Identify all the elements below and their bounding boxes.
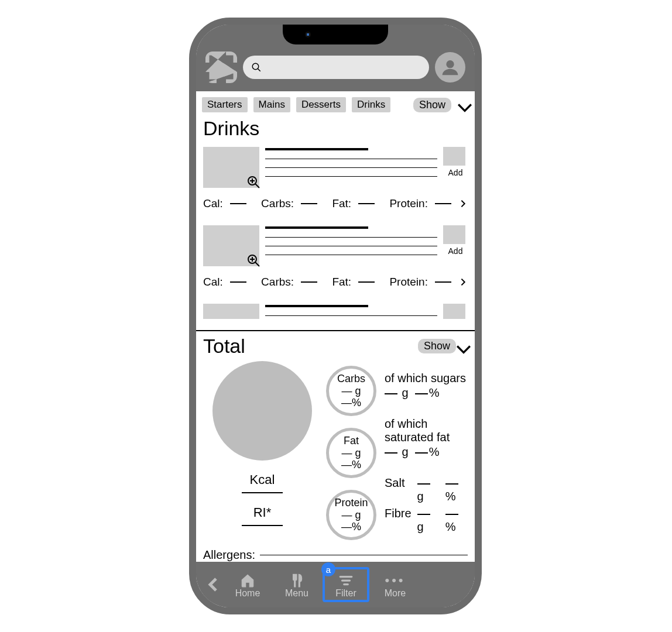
show-label: Show (424, 340, 450, 352)
chevron-down-icon[interactable] (457, 102, 469, 109)
fat-label: Fat: (332, 276, 351, 288)
macro-grams: — g (341, 447, 361, 459)
menu-item: Add Cal: Carbs: Fat: Protein: (196, 143, 475, 222)
chevron-right-icon[interactable] (458, 195, 468, 212)
zoom-in-icon (246, 175, 260, 189)
macro-pct: —% (341, 397, 361, 409)
sugars-label: of which sugars (385, 372, 468, 385)
more-icon: ••• (385, 573, 405, 588)
kcal-column: Kcal RI* (207, 361, 318, 540)
qr-scan-icon[interactable] (205, 51, 237, 83)
nav-home[interactable]: Home (224, 569, 271, 600)
macro-name: Protein (334, 497, 368, 509)
chip-starters[interactable]: Starters (202, 97, 248, 112)
back-button[interactable] (204, 573, 222, 596)
item-text-placeholder (265, 304, 437, 324)
nav-label: More (373, 588, 417, 599)
side-button (475, 206, 478, 270)
person-icon (441, 58, 460, 77)
chip-desserts[interactable]: Desserts (296, 97, 346, 112)
macro-fat: Fat — g —% (326, 428, 376, 478)
svg-line-10 (255, 262, 259, 266)
bottom-nav: Home Menu a Filter ••• More (196, 562, 475, 607)
carbs-label: Carbs: (261, 197, 294, 210)
protein-label: Protein: (389, 197, 427, 210)
add-button[interactable]: Add (443, 225, 468, 266)
show-toggle[interactable]: Show (418, 339, 456, 353)
macro-name: Fat (344, 435, 359, 447)
nav-label: Home (225, 588, 270, 599)
home-icon (240, 573, 255, 588)
item-thumbnail[interactable] (203, 225, 259, 266)
protein-label: Protein: (389, 276, 427, 288)
macro-grams: — g (341, 509, 361, 521)
macro-column: Carbs — g —% Fat — g —% Protein — g —% (326, 361, 376, 540)
zoom-in-icon (246, 253, 260, 267)
sugars-block: of which sugars g % (385, 372, 468, 400)
menu-item (196, 300, 475, 328)
macro-protein: Protein — g —% (326, 490, 376, 540)
category-chips: Starters Mains Desserts Drinks Show (196, 91, 475, 116)
add-button[interactable] (443, 304, 468, 324)
side-button (475, 159, 478, 194)
total-header: Total Show (196, 331, 475, 358)
show-toggle[interactable]: Show (413, 98, 451, 112)
kcal-label: Kcal (207, 472, 318, 487)
cal-label: Cal: (203, 197, 223, 210)
chevron-right-icon[interactable] (458, 273, 468, 291)
cutlery-icon (289, 573, 304, 588)
macro-name: Carbs (337, 373, 365, 385)
chevron-down-icon[interactable] (456, 344, 468, 351)
fibre-label: Fibre (385, 507, 412, 534)
total-body: Kcal RI* Carbs — g —% Fat — g —% Protein (196, 358, 475, 540)
svg-line-1 (258, 68, 260, 71)
total-title: Total (203, 335, 245, 358)
nav-label: Filter (326, 588, 366, 599)
phone-frame: Starters Mains Desserts Drinks Show Drin… (189, 18, 482, 614)
search-input[interactable] (243, 56, 429, 79)
nav-more[interactable]: ••• More (372, 569, 419, 600)
allergens-row: Allergens: (196, 540, 475, 562)
salt-fibre-grid: Salt g % Fibre g % (385, 476, 468, 534)
device-notch (283, 25, 388, 44)
add-label: Add (448, 168, 463, 177)
svg-point-0 (252, 63, 259, 70)
ri-label: RI* (207, 505, 318, 520)
nav-filter[interactable]: a Filter (323, 567, 369, 602)
add-button[interactable]: Add (443, 147, 468, 188)
salt-label: Salt (385, 476, 412, 503)
item-text-placeholder (265, 225, 437, 266)
item-thumbnail[interactable] (203, 147, 259, 188)
show-label: Show (419, 99, 445, 111)
chip-drinks[interactable]: Drinks (352, 97, 390, 112)
add-label: Add (448, 246, 463, 256)
macro-pct: —% (341, 521, 361, 533)
item-text-placeholder (265, 147, 437, 188)
extra-column: of which sugars g % of which saturated f… (385, 361, 468, 540)
macro-grams: — g (341, 385, 361, 397)
fat-label: Fat: (332, 197, 351, 210)
cal-label: Cal: (203, 276, 223, 288)
nav-menu[interactable]: Menu (273, 569, 320, 600)
menu-item: Add Cal: Carbs: Fat: Protein: (196, 222, 475, 300)
profile-button[interactable] (435, 52, 465, 83)
macro-pct: —% (341, 459, 361, 471)
nav-label: Menu (275, 588, 319, 599)
carbs-label: Carbs: (261, 276, 294, 288)
content-area: Starters Mains Desserts Drinks Show Drin… (196, 91, 475, 562)
saturated-label: of which saturated fat (385, 417, 468, 444)
allergens-label: Allergens: (203, 548, 255, 562)
search-icon (251, 62, 262, 73)
kcal-chart-placeholder (212, 361, 312, 461)
item-nutrition-row: Cal: Carbs: Fat: Protein: (203, 188, 468, 222)
svg-line-6 (255, 184, 259, 188)
saturated-block: of which saturated fat g % (385, 417, 468, 459)
chip-mains[interactable]: Mains (253, 97, 290, 112)
macro-carbs: Carbs — g —% (326, 366, 376, 416)
item-thumbnail[interactable] (203, 304, 259, 319)
filter-badge: a (321, 562, 335, 576)
section-title: Drinks (196, 116, 475, 143)
filter-icon (338, 573, 354, 588)
item-nutrition-row: Cal: Carbs: Fat: Protein: (203, 266, 468, 300)
svg-point-2 (446, 60, 454, 68)
